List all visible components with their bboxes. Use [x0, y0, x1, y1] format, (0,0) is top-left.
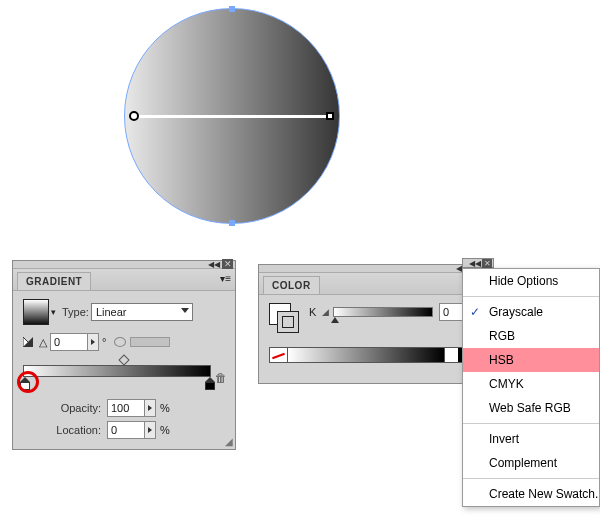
gradient-stop-white[interactable] [20, 377, 30, 389]
color-panel-tabbar: COLOR ▾≡ [259, 273, 483, 295]
color-panel-titlebar[interactable]: ◀◀ ✕ [259, 265, 483, 273]
degree-label: ° [102, 336, 106, 348]
fill-stroke-proxy[interactable] [269, 303, 299, 333]
color-tab[interactable]: COLOR [263, 276, 320, 294]
color-panel-flyout-menu: Hide Options✓GrayscaleRGBHSBCMYKWeb Safe… [462, 268, 600, 507]
menu-separator [463, 478, 599, 479]
gradient-panel-titlebar[interactable]: ◀◀ ✕ [13, 261, 235, 269]
angle-stepper[interactable] [87, 333, 99, 351]
color-spectrum-bar[interactable] [269, 347, 473, 363]
chevron-down-icon [181, 308, 189, 313]
canvas-gradient-circle[interactable] [124, 8, 340, 224]
k-channel-label: K [309, 306, 316, 318]
type-select-value: Linear [96, 306, 127, 318]
bbox-handle-bottom[interactable] [229, 220, 235, 226]
menu-item-label: Complement [489, 456, 557, 470]
menu-item-create-new-swatch[interactable]: Create New Swatch... [463, 482, 599, 506]
menu-item-hsb[interactable]: HSB [463, 348, 599, 372]
angle-input[interactable]: 0 [50, 333, 88, 351]
gradient-annotator-start[interactable] [129, 111, 139, 121]
stroke-swatch[interactable] [277, 311, 299, 333]
aspect-icon [114, 337, 126, 347]
angle-icon: △ [39, 336, 47, 349]
location-stepper[interactable] [144, 421, 156, 439]
location-input[interactable]: 0 [107, 421, 145, 439]
gradient-preview-swatch[interactable] [23, 299, 49, 325]
k-slider-thumb[interactable] [331, 317, 339, 323]
menu-separator [463, 423, 599, 424]
menu-item-label: HSB [489, 353, 514, 367]
gradient-stop-black[interactable] [205, 377, 215, 389]
opacity-label: Opacity: [45, 402, 101, 414]
gradient-ramp-bar[interactable] [23, 365, 211, 377]
reverse-gradient-icon[interactable] [23, 337, 33, 347]
type-select[interactable]: Linear [91, 303, 193, 321]
collapse-icon[interactable]: ◀◀ [208, 260, 220, 269]
opacity-input[interactable]: 100 [107, 399, 145, 417]
type-label: Type: [62, 306, 89, 318]
menu-item-complement[interactable]: Complement [463, 451, 599, 475]
white-swatch[interactable] [444, 348, 458, 362]
menu-item-label: Grayscale [489, 305, 543, 319]
k-slider[interactable] [333, 307, 433, 317]
location-percent: % [160, 424, 170, 436]
slider-tri-icon: ◢ [322, 307, 329, 317]
trash-icon[interactable]: 🗑 [215, 371, 227, 385]
location-label: Location: [45, 424, 101, 436]
menu-item-label: Web Safe RGB [489, 401, 571, 415]
menu-item-web-safe-rgb[interactable]: Web Safe RGB [463, 396, 599, 420]
swatch-dropdown-icon[interactable]: ▾ [51, 307, 56, 317]
menu-item-label: Invert [489, 432, 519, 446]
menu-item-grayscale[interactable]: ✓Grayscale [463, 300, 599, 324]
aspect-value-bar[interactable] [130, 337, 170, 347]
opacity-stepper[interactable] [144, 399, 156, 417]
panel-menu-icon[interactable]: ▾≡ [220, 273, 231, 284]
menu-item-label: Hide Options [489, 274, 558, 288]
gradient-panel-tabbar: GRADIENT ▾≡ [13, 269, 235, 291]
menu-item-cmyk[interactable]: CMYK [463, 372, 599, 396]
close-icon[interactable]: ✕ [482, 259, 492, 268]
menu-separator [463, 296, 599, 297]
menu-item-rgb[interactable]: RGB [463, 324, 599, 348]
menu-item-label: Create New Swatch... [489, 487, 599, 501]
context-menu-header[interactable]: ◀◀ ✕ [462, 258, 494, 268]
gradient-annotator-end[interactable] [326, 112, 334, 120]
check-icon: ✓ [470, 305, 480, 319]
gradient-panel: ◀◀ ✕ GRADIENT ▾≡ ▾ Type: Linear △ 0 ° [12, 260, 236, 450]
opacity-percent: % [160, 402, 170, 414]
grayscale-ramp[interactable] [288, 348, 444, 362]
color-panel: ◀◀ ✕ COLOR ▾≡ K ◢ 0 ◢ [258, 264, 484, 384]
gradient-tab[interactable]: GRADIENT [17, 272, 91, 290]
gradient-circle-shape [124, 8, 340, 224]
gradient-ramp[interactable]: 🗑 [23, 361, 225, 391]
collapse-icon[interactable]: ◀◀ [469, 259, 481, 268]
bbox-handle-top[interactable] [229, 6, 235, 12]
menu-item-invert[interactable]: Invert [463, 427, 599, 451]
menu-item-label: CMYK [489, 377, 524, 391]
gradient-annotator-line[interactable] [135, 115, 329, 118]
none-color-icon[interactable] [270, 348, 288, 362]
menu-item-hide-options[interactable]: Hide Options [463, 269, 599, 293]
resize-grip-icon[interactable]: ◢ [225, 436, 233, 447]
menu-item-label: RGB [489, 329, 515, 343]
midpoint-diamond[interactable] [118, 354, 129, 365]
